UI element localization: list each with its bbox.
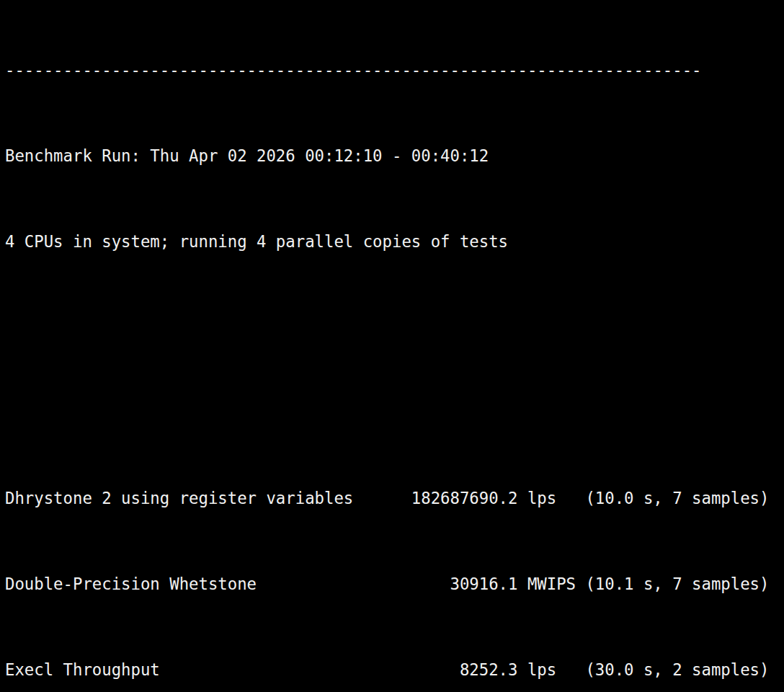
result-row: Execl Throughput 8252.3 lps (30.0 s, 2 s… xyxy=(5,660,769,681)
result-row: Dhrystone 2 using register variables 182… xyxy=(5,488,769,510)
test-samples: (30.0 s, 2 samples) xyxy=(585,660,769,681)
test-name: Dhrystone 2 using register variables xyxy=(5,488,392,510)
test-value: 8252.3 xyxy=(401,660,517,681)
test-unit: lps xyxy=(527,660,576,681)
blank-line xyxy=(5,317,784,339)
test-samples: (10.1 s, 7 samples) xyxy=(585,574,769,595)
test-samples: (10.0 s, 7 samples) xyxy=(585,488,769,510)
test-unit: lps xyxy=(527,488,576,510)
top-separator-line: ----------------------------------------… xyxy=(5,60,784,81)
test-value: 30916.1 xyxy=(401,574,517,595)
terminal-screen: ----------------------------------------… xyxy=(0,0,784,692)
test-unit: MWIPS xyxy=(527,574,576,595)
raw-results-table: Dhrystone 2 using register variables 182… xyxy=(5,402,784,692)
test-value: 182687690.2 xyxy=(401,488,517,510)
benchmark-run-line: Benchmark Run: Thu Apr 02 2026 00:12:10 … xyxy=(5,146,784,167)
cpu-info-line: 4 CPUs in system; running 4 parallel cop… xyxy=(5,231,784,253)
test-name: Double-Precision Whetstone xyxy=(5,574,392,595)
result-row: Double-Precision Whetstone 30916.1 MWIPS… xyxy=(5,574,769,595)
test-name: Execl Throughput xyxy=(5,660,392,681)
